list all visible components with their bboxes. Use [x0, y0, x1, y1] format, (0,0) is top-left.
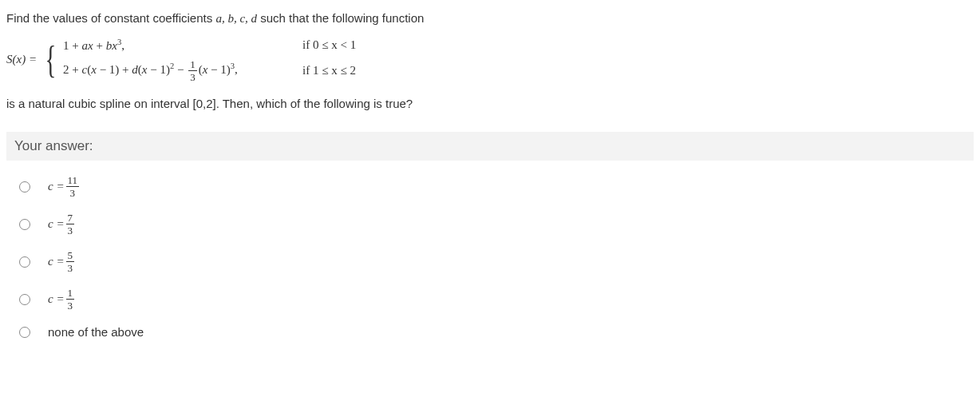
option-4[interactable]: c = 13 [19, 288, 974, 311]
question-intro: Find the values of constant coefficients… [6, 10, 974, 28]
option-2-label: c = 73 [48, 212, 76, 236]
option-1[interactable]: c = 113 [19, 175, 974, 198]
left-brace: { [45, 41, 57, 79]
option-3-den: 3 [66, 262, 75, 273]
option-3-num: 5 [66, 250, 75, 262]
piece1-expr: 1 + ax + bx3, [63, 38, 286, 53]
piece2-frac-num: 1 [188, 59, 197, 71]
intro-prefix: Find the values of constant coefficients [6, 11, 215, 25]
piece2-expr: 2 + c(x − 1) + d(x − 1)2 − 13(x − 1)3, [63, 59, 286, 82]
option-3-prefix: c = [48, 255, 65, 268]
option-2-den: 3 [66, 224, 75, 236]
option-2[interactable]: c = 73 [19, 212, 974, 236]
radio-1[interactable] [19, 181, 30, 193]
option-2-prefix: c = [48, 217, 65, 231]
option-5[interactable]: none of the above [19, 325, 974, 339]
option-4-label: c = 13 [48, 288, 76, 311]
option-1-prefix: c = [48, 180, 65, 193]
intro-suffix: such that the following function [257, 11, 424, 25]
options-list: c = 113 c = 73 c = 53 c = 13 none of the… [6, 175, 974, 339]
question-closing: is a natural cubic spline on interval [0… [6, 95, 974, 113]
option-3-label: c = 53 [48, 250, 76, 273]
option-5-label: none of the above [48, 325, 144, 339]
piece-row-2: 2 + c(x − 1) + d(x − 1)2 − 13(x − 1)3, i… [63, 59, 356, 82]
radio-4[interactable] [19, 294, 30, 305]
answer-header: Your answer: [6, 132, 974, 161]
radio-3[interactable] [19, 256, 30, 268]
option-3[interactable]: c = 53 [19, 250, 974, 273]
piecewise-container: 1 + ax + bx3, if 0 ≤ x < 1 2 + c(x − 1) … [63, 38, 356, 82]
intro-vars: a, b, c, d [215, 12, 257, 25]
sx-label: S(x) = [6, 53, 37, 66]
radio-5[interactable] [19, 327, 30, 338]
piece2-cond: if 1 ≤ x ≤ 2 [302, 64, 356, 77]
option-1-den: 3 [69, 187, 77, 198]
radio-2[interactable] [19, 219, 30, 230]
piece1-cond: if 0 ≤ x < 1 [302, 38, 356, 52]
option-1-num: 11 [66, 175, 80, 187]
option-1-label: c = 113 [48, 175, 81, 198]
option-4-den: 3 [66, 300, 75, 311]
option-2-num: 7 [66, 212, 75, 224]
piece2-frac-den: 3 [188, 71, 197, 82]
function-definition: S(x) = { 1 + ax + bx3, if 0 ≤ x < 1 2 + … [6, 38, 974, 82]
option-4-num: 1 [66, 288, 75, 300]
option-4-prefix: c = [48, 292, 65, 306]
piece-row-1: 1 + ax + bx3, if 0 ≤ x < 1 [63, 38, 356, 53]
